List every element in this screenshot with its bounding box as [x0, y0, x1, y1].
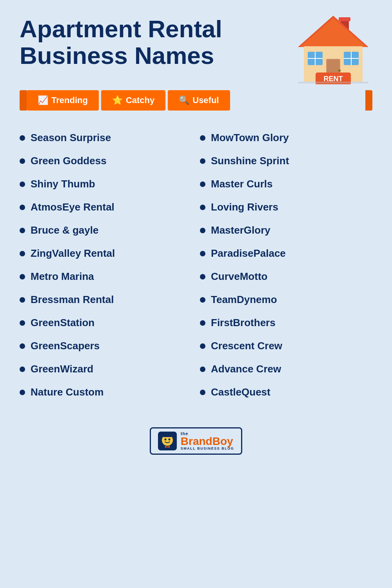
catchy-icon: ⭐	[112, 95, 123, 105]
name-text: CastleQuest	[211, 386, 270, 398]
bullet-icon	[20, 135, 25, 141]
name-text: MasterGlory	[211, 224, 270, 236]
useful-icon: 🔍	[179, 95, 189, 105]
tag-right-bar	[365, 90, 372, 111]
list-item: Crescent Crew	[200, 334, 372, 358]
names-grid: Season SurpriseGreen GoddessShiny ThumbA…	[20, 126, 372, 404]
trending-label: Trending	[51, 95, 88, 105]
list-item: Bressman Rental	[20, 288, 192, 311]
bullet-icon	[200, 390, 205, 395]
list-item: GreenStation	[20, 311, 192, 334]
list-item: TeamDynemo	[200, 288, 372, 311]
bullet-icon	[20, 390, 25, 395]
name-text: Sunshine Sprint	[211, 155, 289, 167]
svg-rect-16	[298, 82, 368, 83]
name-text: CurveMotto	[211, 270, 267, 283]
list-item: Loving Rivers	[200, 196, 372, 219]
svg-point-25	[167, 446, 168, 448]
svg-rect-22	[165, 434, 170, 436]
name-text: GreenStation	[31, 317, 94, 329]
list-item: Master Curls	[200, 172, 372, 196]
name-text: TeamDynemo	[211, 294, 277, 306]
brandboy-logo: the BrandBoy SMALL BUSINESS BLOG	[150, 427, 242, 455]
bullet-icon	[20, 251, 25, 256]
name-text: ZingValley Rental	[31, 247, 115, 260]
list-item: Season Surprise	[20, 126, 192, 149]
name-text: Metro Marina	[31, 270, 94, 283]
right-column: MowTown GlorySunshine SprintMaster Curls…	[200, 126, 372, 404]
useful-label: Useful	[192, 95, 219, 105]
name-text: MowTown Glory	[211, 132, 289, 144]
name-text: Loving Rivers	[211, 201, 278, 213]
name-text: Bruce & gayle	[31, 224, 98, 236]
bullet-icon	[20, 228, 25, 233]
bullet-icon	[200, 320, 205, 326]
bullet-icon	[200, 343, 205, 349]
bullet-icon	[20, 367, 25, 372]
bullet-icon	[20, 343, 25, 349]
name-text: Nature Custom	[31, 386, 103, 398]
brandboy-mascot-icon	[158, 432, 177, 450]
header: Apartment Rental Business Names	[20, 16, 372, 82]
footer: the BrandBoy SMALL BUSINESS BLOG	[20, 423, 372, 455]
tag-catchy[interactable]: ⭐ Catchy	[101, 90, 165, 111]
bullet-icon	[20, 274, 25, 279]
bullet-icon	[20, 158, 25, 164]
left-column: Season SurpriseGreen GoddessShiny ThumbA…	[20, 126, 192, 404]
name-text: Crescent Crew	[211, 340, 282, 352]
name-text: ParadisePalace	[211, 247, 286, 260]
bullet-icon	[20, 320, 25, 326]
bullet-icon	[20, 297, 25, 303]
page-title: Apartment Rental Business Names	[20, 16, 222, 69]
bullet-icon	[200, 367, 205, 372]
list-item: Shiny Thumb	[20, 172, 192, 196]
list-item: FirstBrothers	[200, 311, 372, 334]
list-item: Nature Custom	[20, 381, 192, 404]
name-text: GreenWizard	[31, 363, 93, 375]
list-item: MowTown Glory	[200, 126, 372, 149]
bullet-icon	[20, 205, 25, 210]
name-text: Green Goddess	[31, 155, 107, 167]
svg-marker-3	[300, 18, 367, 47]
bullet-icon	[200, 251, 205, 256]
list-item: GreenScapers	[20, 334, 192, 358]
bullet-icon	[200, 205, 205, 210]
name-text: GreenScapers	[31, 340, 100, 352]
svg-point-19	[164, 439, 166, 441]
page-wrapper: Apartment Rental Business Names	[0, 0, 392, 588]
list-item: Green Goddess	[20, 149, 192, 172]
logo-text: the BrandBoy SMALL BUSINESS BLOG	[181, 432, 234, 450]
name-text: FirstBrothers	[211, 317, 276, 329]
tag-left-bar	[20, 90, 27, 111]
svg-point-7	[338, 69, 341, 72]
list-item: Sunshine Sprint	[200, 149, 372, 172]
trending-icon: 📈	[38, 95, 48, 105]
bullet-icon	[200, 228, 205, 233]
logo-tagline: SMALL BUSINESS BLOG	[181, 447, 234, 450]
bullet-icon	[200, 181, 205, 187]
list-item: ZingValley Rental	[20, 242, 192, 265]
list-item: Bruce & gayle	[20, 219, 192, 242]
list-item: AtmosEye Rental	[20, 196, 192, 219]
name-text: Bressman Rental	[31, 294, 114, 306]
tag-trending[interactable]: 📈 Trending	[27, 90, 99, 111]
tag-useful[interactable]: 🔍 Useful	[168, 90, 230, 111]
list-item: MasterGlory	[200, 219, 372, 242]
name-text: Advance Crew	[211, 363, 281, 375]
bullet-icon	[200, 158, 205, 164]
svg-rect-1	[339, 17, 350, 21]
tags-row: 📈 Trending ⭐ Catchy 🔍 Useful	[20, 90, 372, 111]
catchy-label: Catchy	[126, 95, 154, 105]
logo-brandboy: BrandBoy	[181, 436, 234, 447]
list-item: CurveMotto	[200, 265, 372, 288]
list-item: Metro Marina	[20, 265, 192, 288]
name-text: Master Curls	[211, 178, 273, 190]
name-text: Shiny Thumb	[31, 178, 95, 190]
house-illustration: RENT	[294, 12, 372, 82]
list-item: CastleQuest	[200, 381, 372, 404]
list-item: Advance Crew	[200, 358, 372, 381]
bullet-icon	[200, 135, 205, 141]
name-text: Season Surprise	[31, 132, 111, 144]
list-item: ParadisePalace	[200, 242, 372, 265]
name-text: AtmosEye Rental	[31, 201, 114, 213]
